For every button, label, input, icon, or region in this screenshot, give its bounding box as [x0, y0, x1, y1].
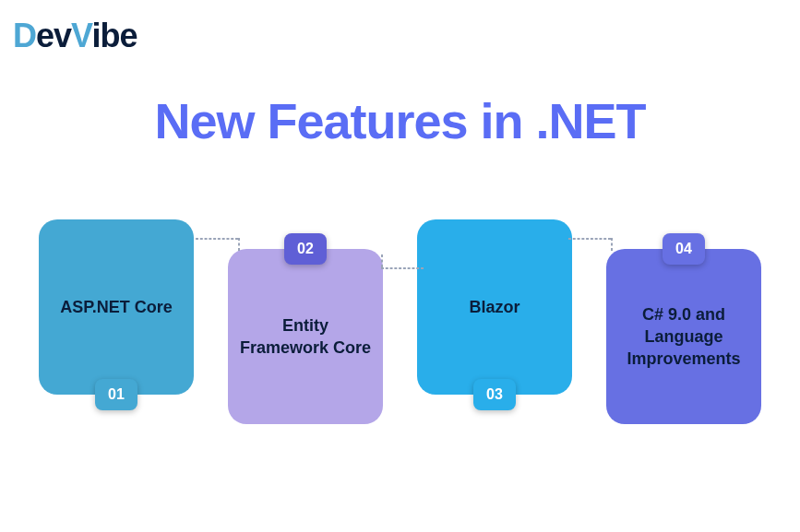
- card-entity-framework-core: 02 Entity Framework Core: [228, 249, 383, 424]
- logo-part-d: D: [13, 17, 36, 54]
- connector-line: [381, 254, 383, 267]
- connector-line: [238, 238, 240, 251]
- logo-part-ibe: ibe: [91, 17, 137, 54]
- card-number-badge: 01: [95, 379, 137, 410]
- card-csharp-language-improvements: 04 C# 9.0 and Language Improvements: [606, 249, 761, 424]
- page-title: New Features in .NET: [0, 92, 800, 149]
- logo-part-ev: ev: [36, 17, 71, 54]
- logo-part-v: V: [71, 17, 91, 54]
- card-label: Blazor: [469, 296, 519, 318]
- card-label: Entity Framework Core: [239, 314, 372, 360]
- logo: DevVibe: [13, 17, 137, 55]
- card-label: ASP.NET Core: [60, 296, 173, 318]
- card-number-badge: 04: [663, 233, 705, 265]
- connector-line: [568, 238, 611, 240]
- connector-line: [611, 238, 613, 251]
- card-blazor: Blazor 03: [417, 219, 572, 395]
- connector-line: [381, 267, 424, 269]
- card-number-badge: 02: [284, 233, 327, 265]
- card-aspnet-core: ASP.NET Core 01: [39, 219, 194, 395]
- card-number-badge: 03: [473, 379, 516, 410]
- card-label: C# 9.0 and Language Improvements: [617, 303, 750, 371]
- feature-cards: ASP.NET Core 01 02 Entity Framework Core…: [39, 219, 761, 424]
- connector-line: [196, 238, 238, 240]
